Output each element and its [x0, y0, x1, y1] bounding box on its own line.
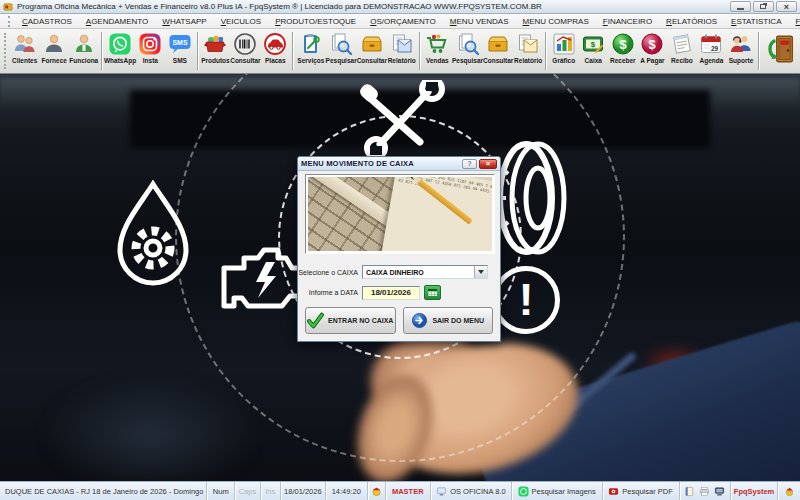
svg-text:$: $ — [619, 37, 627, 52]
search-docs-icon — [329, 32, 353, 56]
entrar-no-caixa-button[interactable]: ENTRAR NO CAIXA — [305, 307, 396, 334]
relatorio-vendas-button[interactable]: Relatório — [513, 30, 543, 72]
menu-financeiro[interactable]: FINANCEIRO — [597, 16, 658, 27]
clientes-button[interactable]: Clientes — [10, 30, 40, 72]
toolbar-label: Recibo — [671, 57, 693, 64]
menu-cadastros[interactable]: CADASTROS — [16, 16, 78, 27]
computer-icon[interactable] — [714, 486, 725, 497]
printer-icon[interactable] — [699, 486, 710, 497]
date-input-label: Informe a DATA — [298, 289, 362, 296]
menu-compras[interactable]: MENU COMPRAS — [517, 16, 595, 27]
svg-text:$: $ — [649, 37, 657, 52]
dialog-close-button[interactable]: × — [479, 159, 497, 169]
consultar-produtos-button[interactable]: Consultar — [230, 30, 260, 72]
toolbar-separator — [419, 32, 421, 70]
barcode-icon — [233, 32, 257, 56]
relatorio-os-button[interactable]: Relatório — [387, 30, 417, 72]
servicos-button[interactable]: Serviços — [296, 30, 326, 72]
toolbar-label: Caixa — [585, 57, 602, 64]
whatsapp-small-icon — [518, 486, 529, 497]
pdf-icon — [608, 486, 619, 497]
fornecedores-button[interactable]: Fornece — [39, 30, 69, 72]
dialog-help-button[interactable]: ? — [462, 159, 477, 169]
caixa-select[interactable]: CAIXA DINHEIRO — [362, 265, 488, 279]
restore-button[interactable] — [753, 1, 774, 12]
car-plate-icon — [263, 32, 287, 56]
toolbar-label: A Pagar — [640, 57, 664, 64]
notebook-icon[interactable] — [684, 486, 695, 497]
engine-icon — [220, 246, 304, 312]
toolbar-label: Receber — [610, 57, 636, 64]
drawer-icon — [360, 32, 384, 56]
toolbar-label: Relatório — [388, 57, 416, 64]
close-button[interactable]: × — [776, 1, 797, 12]
toolbar-label: WhatsApp — [104, 57, 136, 64]
date-input[interactable]: 18/01/2026 — [362, 286, 420, 300]
sair-do-menu-button[interactable]: SAIR DO MENU — [403, 307, 494, 334]
sms-button[interactable]: SMS SMS — [165, 30, 195, 72]
toolbar-label: Consultar — [483, 57, 513, 64]
caixa-button[interactable]: $ Caixa — [579, 30, 609, 72]
menu-veiculos[interactable]: VEICULOS — [215, 16, 267, 27]
blue-arrow-icon — [411, 312, 428, 329]
receber-button[interactable]: $ Receber — [608, 30, 638, 72]
combo-dropdown-button[interactable] — [474, 266, 487, 278]
calendar-picker-button[interactable] — [424, 285, 441, 300]
consultar-vendas-button[interactable]: Consultar — [483, 30, 513, 72]
menu-agendamento[interactable]: AGENDAMENTO — [80, 16, 155, 27]
suporte-button[interactable]: Suporte — [726, 30, 756, 72]
svg-text:$: $ — [591, 40, 596, 49]
menu-os-orcamento[interactable]: OS/ORÇAMENTO — [364, 16, 442, 27]
a-pagar-button[interactable]: $ A Pagar — [638, 30, 668, 72]
dialog-titlebar[interactable]: MENU MOVIMENTO DE CAIXA ? × — [298, 157, 500, 171]
ledger-paper: 1435 487 265 11 345 625 1287 94 485 1 62… — [381, 177, 492, 251]
consultar-os-button[interactable]: Consultar — [357, 30, 387, 72]
oil-drop-gear-icon — [108, 180, 198, 290]
menu-estatistica[interactable]: ESTATISTICA — [725, 16, 787, 27]
status-numlock: Num — [207, 482, 235, 500]
toolbar: Clientes Fornece Funciona WhatsApp — [0, 29, 800, 74]
menu-grip — [8, 16, 10, 27]
menu-vendas[interactable]: MENU VENDAS — [444, 16, 515, 27]
menu-ferramentas[interactable]: FERRAMENTAS — [789, 16, 800, 27]
restore-icon — [760, 4, 766, 9]
button-label: SAIR DO MENU — [432, 317, 484, 324]
close-icon: × — [784, 3, 789, 11]
agenda-button[interactable]: 29 Agenda — [697, 30, 727, 72]
instagram-button[interactable]: Insta — [136, 30, 166, 72]
recibo-button[interactable]: Recibo — [667, 30, 697, 72]
status-search-pdf[interactable]: Pesquisar PDF — [603, 482, 680, 500]
menu-whatsapp[interactable]: WHATSAPP — [156, 16, 212, 27]
clients-icon — [13, 32, 37, 56]
wrench-screwdriver-icon — [348, 80, 452, 158]
toolbar-separator — [101, 32, 103, 70]
search-docs-icon — [456, 32, 480, 56]
placas-button[interactable]: Placas — [261, 30, 291, 72]
module-icon — [436, 486, 447, 497]
status-location: DUQUE DE CAXIAS - RJ 18 de Janeiro de 20… — [0, 482, 207, 500]
toolbar-label: Produtos — [201, 57, 230, 64]
toolbar-separator — [292, 32, 294, 70]
toolbar-label: Serviços — [297, 57, 324, 64]
toolbar-label: Pesquisar — [452, 57, 483, 64]
whatsapp-button[interactable]: WhatsApp — [105, 30, 136, 72]
menu-produto-estoque[interactable]: PRODUTO/ESTOQUE — [269, 16, 362, 27]
grafico-button[interactable]: Gráfico — [549, 30, 579, 72]
status-search-images[interactable]: Pesquisar Imagens — [512, 482, 603, 500]
produtos-button[interactable]: Produtos — [201, 30, 231, 72]
menu-relatorios[interactable]: RELATÓRIOS — [660, 16, 723, 27]
status-session-icon-seg — [368, 482, 386, 500]
caixa-select-label: Selecione o CAIXA — [298, 269, 362, 276]
vendas-button[interactable]: Vendas — [423, 30, 453, 72]
minimize-button[interactable] — [730, 1, 751, 12]
sair-button[interactable] — [762, 30, 800, 72]
pesquisar-os-button[interactable]: Pesquisar — [326, 30, 357, 72]
toolbar-grip — [4, 33, 8, 69]
funcionarios-button[interactable]: Funciona — [69, 30, 99, 72]
minimize-icon — [737, 8, 744, 10]
pay-dollar-icon: $ — [640, 32, 664, 56]
workspace-background: ! MENU MOVIMENTO DE CAIXA ? × 1435 487 2… — [0, 74, 800, 481]
toolbar-label: Funciona — [69, 57, 98, 64]
pesquisar-vendas-button[interactable]: Pesquisar — [452, 30, 483, 72]
menu-movimento-caixa-dialog: MENU MOVIMENTO DE CAIXA ? × 1435 487 265… — [297, 156, 501, 342]
